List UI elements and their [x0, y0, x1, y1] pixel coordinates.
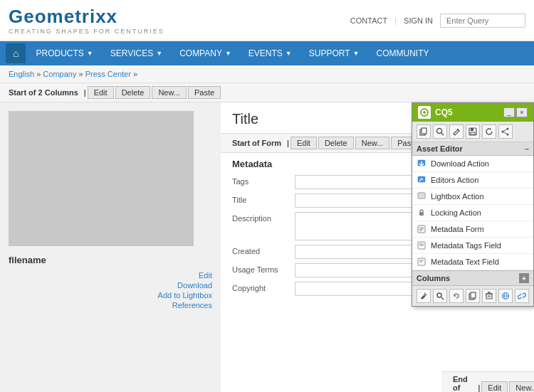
asset-editor-list: Download Action Editors Action Lightbox …	[412, 156, 533, 270]
bottom-globe-icon[interactable]	[498, 289, 513, 303]
lightbox-action-icon	[417, 191, 426, 201]
divider-bar: |	[84, 88, 86, 97]
svg-line-14	[503, 132, 508, 134]
bottom-copy-icon[interactable]	[466, 289, 480, 303]
created-label: Created	[232, 245, 289, 255]
asset-editor-header: Asset Editor −	[412, 142, 533, 156]
search-input[interactable]	[440, 14, 525, 28]
top-links: CONTACT | SIGN IN	[350, 14, 525, 28]
download-action-label: Download Action	[431, 159, 489, 168]
logo-title: Geometrixx	[9, 6, 164, 28]
logo-area: Geometrixx Creating Shapes for Centuries	[9, 6, 164, 35]
form-bottom-bar: End of Form | Edit New... Paste	[441, 371, 534, 392]
breadcrumb-presscenter[interactable]: Press Center	[85, 70, 131, 78]
svg-rect-19	[419, 194, 424, 198]
form-end-edit-button[interactable]: Edit	[481, 381, 508, 392]
cq5-close-button[interactable]: ×	[516, 107, 528, 117]
svg-point-32	[437, 293, 441, 297]
toolbar-copy-icon[interactable]	[417, 125, 431, 139]
nav-community[interactable]: COMMUNITY	[368, 41, 438, 65]
cq5-minimize-button[interactable]: _	[503, 107, 515, 117]
nav-company-label: COMPANY	[179, 48, 222, 58]
breadcrumb-company[interactable]: Company	[43, 70, 76, 78]
left-edit-link[interactable]: Edit	[199, 271, 212, 280]
cq5-controls: _ ×	[503, 107, 528, 117]
top-edit-bar: Start of 2 Columns | Edit Delete New... …	[0, 83, 534, 102]
lightbox-action-item[interactable]: Lightbox Action	[412, 189, 533, 205]
metadata-tags-label: Metadata Tags Field	[431, 241, 501, 250]
nav-home-button[interactable]: ⌂	[6, 43, 26, 63]
columns-add-button[interactable]: +	[519, 273, 529, 283]
paste-button[interactable]: Paste	[188, 86, 221, 99]
nav-company-arrow: ▼	[225, 50, 231, 57]
form-edit-button[interactable]: Edit	[290, 137, 317, 149]
delete-button[interactable]: Delete	[115, 86, 151, 99]
new-button[interactable]: New...	[152, 86, 187, 99]
toolbar-save-icon[interactable]	[466, 125, 480, 139]
signin-link[interactable]: SIGN IN	[404, 16, 433, 25]
locking-action-item[interactable]: Locking Action	[412, 205, 533, 221]
copyright-label: Copyright	[232, 282, 289, 292]
editors-action-label: Editors Action	[431, 176, 478, 184]
form-new-button[interactable]: New...	[355, 137, 390, 149]
edit-button[interactable]: Edit	[88, 86, 114, 99]
bottom-delete-icon[interactable]	[482, 289, 496, 303]
form-delete-button[interactable]: Delete	[318, 137, 354, 149]
toolbar-share-icon[interactable]	[498, 125, 513, 139]
contact-link[interactable]: CONTACT	[350, 16, 387, 25]
nav-products-arrow: ▼	[87, 50, 93, 57]
nav-events[interactable]: EVENTS ▼	[240, 41, 300, 65]
svg-rect-35	[471, 292, 476, 298]
nav-products[interactable]: PRODUCTS ▼	[27, 41, 101, 65]
cq5-bottom-toolbar	[412, 286, 533, 306]
toolbar-refresh-icon[interactable]	[482, 125, 496, 139]
download-action-icon	[417, 159, 426, 169]
cq5-top-toolbar	[412, 122, 533, 142]
metadata-form-icon	[417, 224, 426, 234]
description-label: Description	[232, 212, 289, 223]
nav-company[interactable]: COMPANY ▼	[171, 41, 240, 65]
bottom-link-icon[interactable]	[515, 289, 529, 303]
left-download-link[interactable]: Download	[177, 281, 212, 290]
svg-point-4	[437, 129, 442, 134]
svg-rect-3	[422, 128, 426, 134]
svg-rect-36	[486, 294, 492, 299]
left-lightbox-link[interactable]: Add to Lightbox	[158, 291, 212, 300]
metadata-tags-item[interactable]: Metadata Tags Field	[412, 238, 533, 254]
nav-services[interactable]: SERVICES ▼	[102, 41, 171, 65]
columns-header: Columns +	[412, 270, 533, 286]
metadata-text-icon	[417, 257, 426, 267]
nav-bar: ⌂ PRODUCTS ▼ SERVICES ▼ COMPANY ▼ EVENTS…	[0, 41, 534, 65]
bottom-edit-icon[interactable]	[417, 289, 431, 303]
toolbar-edit-icon[interactable]	[449, 125, 464, 139]
title-label: Title	[232, 194, 289, 204]
nav-services-label: SERVICES	[110, 48, 153, 58]
filename-label: filename	[9, 255, 212, 265]
nav-community-label: COMMUNITY	[377, 48, 429, 58]
nav-support[interactable]: SUPPORT ▼	[300, 41, 368, 65]
svg-line-13	[503, 129, 508, 132]
cq5-logo-icon	[418, 106, 431, 119]
bottom-search-icon[interactable]	[433, 289, 447, 303]
locking-action-label: Locking Action	[431, 208, 481, 217]
toolbar-search-icon[interactable]	[433, 125, 447, 139]
editors-action-icon	[417, 175, 426, 185]
lightbox-action-label: Lightbox Action	[431, 192, 484, 201]
asset-editor-collapse[interactable]: −	[525, 145, 529, 153]
bottom-undo-icon[interactable]	[449, 289, 464, 303]
locking-action-icon	[417, 208, 426, 218]
svg-rect-8	[471, 128, 473, 131]
breadcrumb: English » Company » Press Center »	[0, 65, 534, 83]
edit-bar-label: Start of 2 Columns	[9, 88, 78, 97]
editors-action-item[interactable]: Editors Action	[412, 172, 533, 189]
left-references-link[interactable]: References	[172, 301, 212, 309]
tags-label: Tags	[232, 175, 289, 186]
breadcrumb-english[interactable]: English	[9, 70, 34, 78]
form-end-new-button[interactable]: New...	[509, 381, 534, 392]
svg-rect-9	[471, 132, 475, 134]
main-content: filename Edit Download Add to Lightbox R…	[0, 102, 534, 392]
metadata-text-item[interactable]: Metadata Text Field	[412, 254, 533, 270]
metadata-form-item[interactable]: Metadata Form	[412, 221, 533, 238]
download-action-item[interactable]: Download Action	[412, 156, 533, 172]
left-panel: filename Edit Download Add to Lightbox R…	[0, 102, 221, 392]
